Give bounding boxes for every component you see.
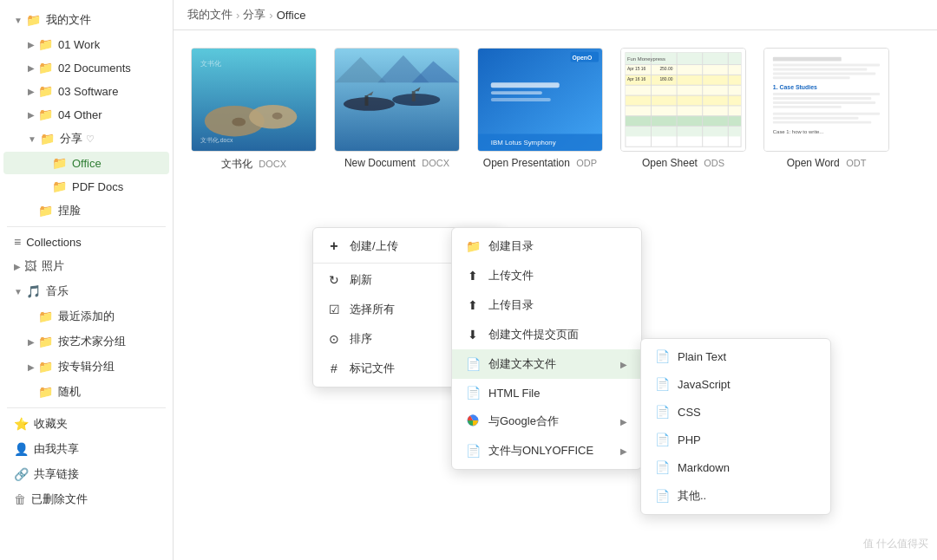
- sidebar-label-myfiles: 我的文件: [46, 12, 91, 28]
- sidebar-label: Office: [72, 157, 102, 170]
- svg-rect-53: [773, 64, 880, 67]
- file-item-newdoc[interactable]: New Document DOCX: [334, 48, 460, 172]
- folder-icon: 📁: [26, 13, 41, 27]
- svg-rect-32: [626, 106, 741, 116]
- upload-dir-icon: ⬆: [466, 298, 480, 312]
- ctx-upload-dir[interactable]: ⬆ 上传目录: [452, 290, 641, 320]
- breadcrumb-share[interactable]: 分享: [243, 7, 265, 23]
- svg-text:文书化.docx: 文书化.docx: [200, 137, 233, 143]
- sidebar-item-share-link[interactable]: 🔗 共享链接: [3, 462, 169, 486]
- folder-icon: 📁: [52, 179, 67, 193]
- expand-arrow: ▶: [28, 362, 35, 372]
- plus-icon: +: [327, 238, 341, 254]
- link-icon: 🔗: [14, 467, 29, 481]
- other-icon: 📄: [655, 489, 669, 503]
- sidebar-item-office[interactable]: ▶ 📁 Office: [3, 152, 169, 174]
- svg-text:250.00: 250.00: [659, 67, 672, 71]
- file-icon: 📄: [466, 357, 480, 371]
- user-icon: 👤: [14, 442, 29, 456]
- sidebar-label: 已删除文件: [31, 492, 88, 507]
- svg-point-9: [392, 94, 440, 106]
- sidebar-item-by-album[interactable]: ▶ 📁 按专辑分组: [3, 355, 169, 379]
- refresh-icon: ↻: [327, 273, 341, 287]
- ctx-onlyoffice[interactable]: 📄 文件与ONLYOFFICE ▶: [452, 436, 641, 466]
- file-item-openword[interactable]: 1. Case Studies Case 1: how to write... …: [763, 48, 889, 172]
- expand-arrow: ▼: [14, 287, 23, 296]
- sidebar-item-04other[interactable]: ▶ 📁 04 Other: [3, 103, 169, 126]
- sidebar-item-03software[interactable]: ▶ 📁 03 Software: [3, 80, 169, 102]
- ctx-create-text[interactable]: 📄 创建文本文件 ▶: [452, 349, 641, 379]
- svg-rect-56: [773, 76, 850, 79]
- svg-rect-63: [773, 117, 859, 120]
- sidebar-label: 最近添加的: [58, 309, 115, 324]
- sidebar-label: 分享: [60, 131, 82, 147]
- file-item-wenshuhea[interactable]: 文书化 文书化.docx 文书化 DOCX: [191, 48, 317, 172]
- sidebar-label: 收藏夹: [34, 416, 68, 432]
- ctx-css[interactable]: 📄 CSS: [641, 398, 830, 426]
- svg-text:Case 1: how to write...: Case 1: how to write...: [773, 129, 824, 134]
- sidebar-item-by-artist[interactable]: ▶ 📁 按艺术家分组: [3, 329, 169, 354]
- sidebar-label: 共享链接: [34, 466, 79, 482]
- sidebar-item-random[interactable]: ▶ 📁 随机: [3, 380, 169, 404]
- sidebar-item-02docs[interactable]: ▶ 📁 02 Documents: [3, 56, 169, 79]
- sidebar-item-shared-by-me[interactable]: 👤 由我共享: [3, 437, 169, 461]
- sidebar-divider: [7, 407, 166, 408]
- ctx-create-dir[interactable]: 📁 创建目录: [452, 231, 641, 261]
- expand-arrow: ▶: [28, 63, 35, 73]
- ctx-javascript[interactable]: 📄 JavaScript: [641, 370, 830, 398]
- svg-rect-34: [626, 127, 741, 137]
- ctx-google[interactable]: 与Google合作 ▶: [452, 407, 641, 436]
- file-item-presentation[interactable]: OpenO IBM Lotus Symphony Open Presentati…: [477, 48, 603, 172]
- sidebar-item-jietie[interactable]: ▶ 📁 捏脸: [3, 199, 169, 223]
- submenu-arrow: ▶: [620, 360, 627, 369]
- ctx-php[interactable]: 📄 PHP: [641, 426, 830, 453]
- expand-arrow: ▼: [14, 16, 23, 25]
- expand-arrow: ▶: [28, 337, 35, 347]
- sidebar-item-photos[interactable]: ▶ 🖼 照片: [3, 254, 169, 278]
- submenu-arrow: ▶: [620, 446, 627, 456]
- svg-rect-52: [773, 57, 842, 62]
- ctx-upload-file[interactable]: ⬆ 上传文件: [452, 261, 641, 290]
- folder-icon: 📁: [38, 84, 53, 98]
- sidebar-item-music[interactable]: ▼ 🎵 音乐: [3, 279, 169, 303]
- sidebar-item-myfiles[interactable]: ▼ 📁 我的文件: [3, 8, 169, 32]
- breadcrumb-myfiles[interactable]: 我的文件: [187, 7, 233, 23]
- sidebar-item-pdfdocs[interactable]: ▶ 📁 PDF Docs: [3, 175, 169, 198]
- sort-icon: ⊙: [327, 332, 341, 346]
- folder-icon: 📁: [38, 309, 53, 323]
- ctx-plain-text[interactable]: 📄 Plain Text: [641, 342, 830, 370]
- folder-icon: 📁: [38, 204, 53, 218]
- svg-text:OpenO: OpenO: [572, 55, 593, 62]
- php-icon: 📄: [655, 433, 669, 446]
- sidebar-label: 01 Work: [58, 38, 100, 51]
- underwater-image: 文书化 文书化.docx: [192, 49, 316, 151]
- sidebar-item-collections[interactable]: ≡ Collections: [3, 231, 169, 253]
- sidebar-item-deleted[interactable]: 🗑 已删除文件: [3, 487, 169, 511]
- folder-icon: 📁: [52, 156, 67, 170]
- sidebar-item-01work[interactable]: ▶ 📁 01 Work: [3, 33, 169, 55]
- ctx-create-submit[interactable]: ⬇ 创建文件提交页面: [452, 320, 641, 349]
- svg-rect-54: [773, 68, 867, 71]
- file-name: New Document DOCX: [344, 157, 449, 169]
- md-icon: 📄: [655, 460, 669, 474]
- sidebar-label: 03 Software: [58, 85, 118, 98]
- sidebar-divider: [7, 226, 166, 227]
- ctx-other[interactable]: 📄 其他..: [641, 481, 830, 511]
- sidebar-item-recently-added[interactable]: ▶ 📁 最近添加的: [3, 304, 169, 329]
- sidebar-label: 捏脸: [58, 203, 81, 218]
- ctx-markdown[interactable]: 📄 Markdown: [641, 453, 830, 481]
- ctx-html-file[interactable]: 📄 HTML File: [452, 379, 641, 407]
- file-name: Open Sheet ODS: [642, 157, 724, 169]
- file-item-sheet[interactable]: Fun Moneypress Apr 15 16 250.00 Apr 16 1…: [620, 48, 746, 172]
- sidebar-item-favorites[interactable]: ⭐ 收藏夹: [3, 412, 169, 436]
- sidebar-label: 按专辑分组: [58, 359, 115, 374]
- folder-icon: 📁: [40, 132, 55, 146]
- file-thumbnail: 文书化 文书化.docx: [191, 48, 317, 152]
- sidebar-item-share[interactable]: ▼ 📁 分享 ♡: [3, 127, 169, 151]
- file-thumbnail: Fun Moneypress Apr 15 16 250.00 Apr 16 1…: [620, 48, 746, 152]
- star-icon: ⭐: [14, 417, 29, 431]
- expand-arrow: ▶: [28, 87, 35, 96]
- svg-rect-31: [626, 95, 741, 106]
- folder-icon: 📁: [38, 37, 53, 51]
- music-icon: 🎵: [26, 284, 41, 298]
